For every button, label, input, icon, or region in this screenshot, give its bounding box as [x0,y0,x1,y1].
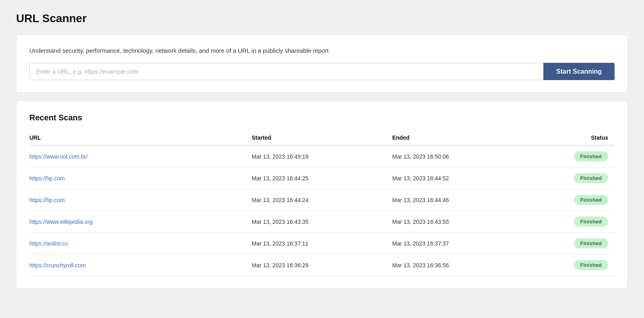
status-badge: Finished [574,238,608,248]
table-row: https://anilist.coMar 13, 2023 16:37:11M… [29,233,615,254]
url-link[interactable]: https://hp.com [29,197,65,203]
cell-ended: Mar 13, 2023 16:44:52 [392,167,533,189]
status-badge: Finished [574,195,608,205]
status-badge: Finished [574,151,608,161]
cell-started: Mar 13, 2023 16:37:11 [252,233,392,254]
cell-ended: Mar 13, 2023 16:36:56 [392,254,533,276]
url-link[interactable]: https://crunchyroll.com [29,262,86,268]
cell-ended: Mar 13, 2023 16:50:06 [392,145,533,167]
url-input[interactable] [29,63,543,80]
col-header-status: Status [533,130,615,145]
cell-started: Mar 13, 2023 16:49:19 [252,145,392,167]
cell-status: Finished [533,167,615,189]
cell-status: Finished [533,211,615,233]
cell-ended: Mar 13, 2023 16:37:37 [392,233,533,254]
cell-status: Finished [533,254,615,276]
cell-started: Mar 13, 2023 16:44:25 [252,167,392,189]
table-row: https://hp.comMar 13, 2023 16:44:25Mar 1… [29,167,615,189]
recent-scans-title: Recent Scans [29,113,615,122]
recent-scans-card: Recent Scans URL Started Ended Status ht… [16,101,628,289]
table-row: https://crunchyroll.comMar 13, 2023 16:3… [29,254,615,276]
start-scanning-button[interactable]: Start Scanning [543,63,615,80]
cell-url: https://crunchyroll.com [29,254,252,276]
scanner-card: Understand security, performance, techno… [16,35,628,93]
cell-url: https://hp.com [29,189,252,211]
col-header-ended: Ended [392,130,533,145]
status-badge: Finished [574,217,608,227]
cell-status: Finished [533,233,615,254]
cell-ended: Mar 13, 2023 16:43:55 [392,211,533,233]
scan-input-row: Start Scanning [29,63,615,80]
cell-url: https://hp.com [29,167,252,189]
table-row: https://hp.comMar 13, 2023 16:44:24Mar 1… [29,189,615,211]
url-link[interactable]: https://www.uol.com.br/ [29,153,88,160]
cell-status: Finished [533,145,615,167]
url-link[interactable]: https://hp.com [29,175,65,182]
col-header-started: Started [252,130,392,145]
cell-started: Mar 13, 2023 16:36:29 [252,254,392,276]
page-title: URL Scanner [16,12,628,25]
table-row: https://www.uol.com.br/Mar 13, 2023 16:4… [29,145,615,167]
url-link[interactable]: https://anilist.co [29,240,68,247]
status-badge: Finished [574,260,608,270]
table-header-row: URL Started Ended Status [29,130,615,145]
cell-ended: Mar 13, 2023 16:44:46 [392,189,533,211]
cell-url: https://anilist.co [29,233,252,254]
col-header-url: URL [29,130,252,145]
cell-url: https://www.uol.com.br/ [29,145,252,167]
scans-table: URL Started Ended Status https://www.uol… [29,130,615,276]
status-badge: Finished [574,173,608,183]
scanner-description: Understand security, performance, techno… [29,47,615,54]
cell-url: https://www.wikipedia.org [29,211,252,233]
cell-status: Finished [533,189,615,211]
table-row: https://www.wikipedia.orgMar 13, 2023 16… [29,211,615,233]
cell-started: Mar 13, 2023 16:43:35 [252,211,392,233]
url-link[interactable]: https://www.wikipedia.org [29,219,93,225]
cell-started: Mar 13, 2023 16:44:24 [252,189,392,211]
